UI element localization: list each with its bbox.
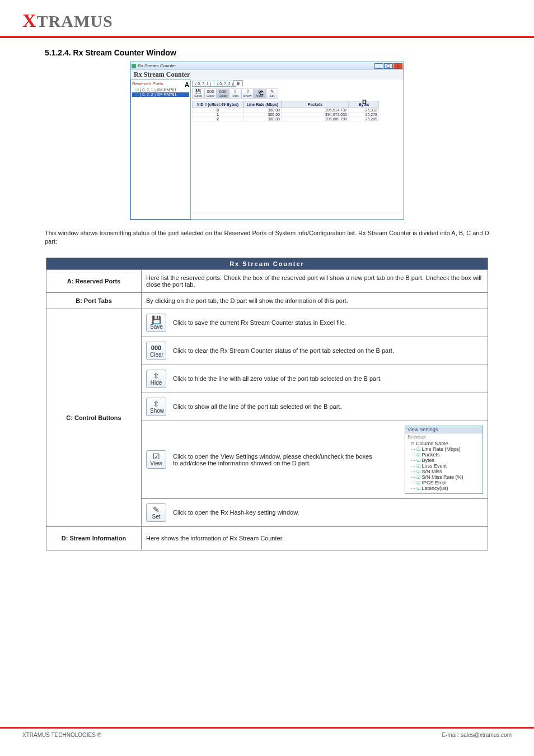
window-buttons[interactable]: _ ▢ × (374, 63, 402, 69)
info-table: Rx Stream Counter A: Reserved Ports Here… (46, 258, 488, 550)
clear-button[interactable]: 000Clear (217, 88, 229, 99)
port-tab[interactable]: ( 0, 7, 1 ) (192, 81, 214, 87)
view-tree-item[interactable]: Packets (411, 452, 479, 458)
tool-row-show: ⇳Show Click to show all the line of the … (142, 393, 488, 421)
view-settings-browser: Browser (405, 433, 483, 440)
logo: XTRAMUS (22, 12, 113, 30)
section-heading: 5.1.2.4. Rx Stream Counter Window (0, 38, 534, 59)
maximize-button[interactable]: ▢ (384, 63, 393, 69)
minimize-button[interactable]: _ (374, 63, 383, 69)
item-a: A: Reserved Ports (46, 269, 142, 292)
callout-b: B (233, 80, 243, 86)
item-b: B: Port Tabs (46, 292, 142, 309)
view-icon: ☑View (146, 450, 166, 469)
main-title: Rx Stream Counter (130, 70, 404, 80)
table-row: 2300.00395,688,79825,285 (192, 117, 402, 122)
view-tree-item[interactable]: Loss Event (411, 463, 479, 469)
view-tree-item[interactable]: S/N Miss (411, 469, 479, 474)
view-tree-item[interactable]: IPCS Error (411, 480, 479, 486)
show-icon: ⇳Show (146, 398, 166, 416)
hide-desc: Click to hide the line with all zero val… (173, 375, 382, 382)
set-button[interactable]: ✎Set (266, 88, 278, 99)
view-tree-item[interactable]: Bytes (411, 458, 479, 463)
table-rows: 0300.00395,514,73725,3121300.00394,972,0… (192, 108, 402, 122)
screenshot-wrap: Rx Stream Counter _ ▢ × Rx Stream Counte… (0, 59, 534, 226)
view-tree-item[interactable]: Latency(us) (411, 486, 479, 491)
col-packets: Packets (282, 101, 349, 108)
window-title: Rx Stream Counter (138, 63, 176, 68)
desc-a: Here list the reserved ports. Check the … (142, 269, 488, 292)
clear-icon: 000Clear (146, 342, 166, 360)
view-tree-item[interactable]: S/N Miss Rate (%) (411, 474, 479, 480)
save-icon: 💾Save (146, 314, 166, 332)
set-icon: ✎Set (146, 503, 166, 522)
scrollbar[interactable] (192, 213, 402, 218)
clear-button[interactable]: 000Clear (204, 88, 217, 99)
logo-x: X (22, 10, 37, 31)
footer: XTRAMUS TECHNOLOGIES ® E-mail: sales@xtr… (0, 727, 534, 738)
tool-row-view: ☑View Click to open the View Settings wi… (142, 421, 488, 498)
view-tree-item[interactable]: Line Rate (Mbps) (411, 446, 479, 452)
sidebar-item[interactable]: ( 0, 7, 2 ) XM-RM781 (132, 92, 189, 97)
table-header-row: XID # (offset:49 Bytes) Line Rate (Mbps)… (192, 101, 402, 108)
callout-d: D (362, 99, 367, 105)
col-rate: Line Rate (Mbps) (243, 101, 282, 108)
tool-row-set: ✎Set Click to open the Rx Hash-key setti… (142, 498, 488, 526)
save-desc: Click to save the current Rx Stream Coun… (173, 319, 346, 326)
description: This window shows transmitting status of… (0, 226, 534, 250)
titlebar: Rx Stream Counter _ ▢ × (130, 62, 404, 70)
col-xid: XID # (offset:49 Bytes) (192, 101, 243, 108)
view-settings-tree[interactable]: Column NameLine Rate (Mbps)PacketsBytesL… (405, 440, 483, 493)
hide-button[interactable]: ⇳Hide (229, 88, 241, 99)
sidebar-item[interactable]: ( 0, 7, 1 ) XM-RM781 (132, 88, 189, 92)
doc-header: XTRAMUS (0, 0, 534, 38)
tool-row-save: 💾Save Click to save the current Rx Strea… (142, 309, 488, 337)
save-button[interactable]: 💾Save (192, 88, 204, 99)
sidebar-head: Reserved Ports (132, 81, 163, 88)
toolbar: 💾Save 000Clear 000Clear ⇳Hide ⇳Show ☑Vie… (192, 88, 402, 99)
table-row: 1300.00394,972,03625,278 (192, 113, 402, 117)
sidebar: Reserved Ports A ( 0, 7, 1 ) XM-RM781 ( … (130, 80, 191, 220)
callout-c: C (259, 90, 264, 96)
desc-b: By clicking on the port tab, the D part … (142, 292, 488, 309)
tool-row-clear: 000Clear Click to clear the Rx Stream Co… (142, 337, 488, 365)
show-button[interactable]: ⇳Show (241, 88, 254, 99)
set-desc: Click to open the Rx Hash-key setting wi… (173, 509, 299, 516)
view-desc: Click to open the View Settings window, … (173, 453, 374, 466)
table-title: Rx Stream Counter (46, 258, 488, 269)
desc-d: Here shows the information of Rx Stream … (142, 526, 488, 550)
app-icon (132, 64, 136, 68)
main-pane: ( 0, 7, 1 ) ( 0, 7, 2 ) B 💾Save 000Clear… (191, 80, 404, 220)
footer-right: E-mail: sales@xtramus.com (442, 732, 512, 738)
hide-icon: ⇳Hide (146, 370, 166, 388)
callout-a: A (185, 81, 189, 88)
view-settings-panel: View Settings Browser Column NameLine Ra… (405, 426, 483, 494)
footer-left: XTRAMUS TECHNOLOGIES ® (22, 732, 101, 738)
tabs: ( 0, 7, 1 ) ( 0, 7, 2 ) B (192, 81, 402, 87)
app-window: Rx Stream Counter _ ▢ × Rx Stream Counte… (130, 62, 404, 220)
item-c: C: Control Buttons (46, 309, 142, 526)
table-row: 0300.00395,514,73725,312 (192, 108, 402, 113)
close-button[interactable]: × (394, 63, 402, 69)
view-settings-title: View Settings (405, 426, 483, 433)
item-d: D: Stream Information (46, 526, 142, 550)
show-desc: Click to show all the line of the port t… (173, 403, 341, 410)
clear-desc: Click to clear the Rx Stream Counter sta… (173, 347, 394, 354)
logo-rest: TRAMUS (37, 12, 113, 30)
tool-row-hide: ⇳Hide Click to hide the line with all ze… (142, 365, 488, 393)
